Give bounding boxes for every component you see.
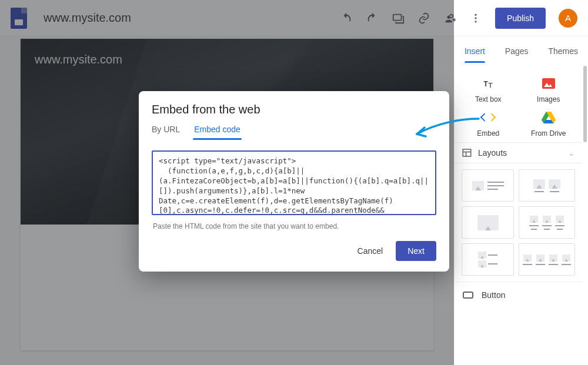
embed-dialog: Embed from the web By URL Embed code Pas… — [139, 91, 449, 272]
dialog-title: Embed from the web — [152, 103, 436, 116]
dialog-hint: Paste the HTML code from the site that y… — [153, 222, 435, 230]
cancel-button[interactable]: Cancel — [349, 241, 392, 261]
dialog-tabs: By URL Embed code — [152, 125, 436, 140]
next-button[interactable]: Next — [396, 241, 436, 261]
tab-by-url[interactable]: By URL — [152, 125, 180, 140]
tab-embed-code[interactable]: Embed code — [194, 125, 240, 140]
embed-code-input[interactable] — [152, 150, 436, 215]
